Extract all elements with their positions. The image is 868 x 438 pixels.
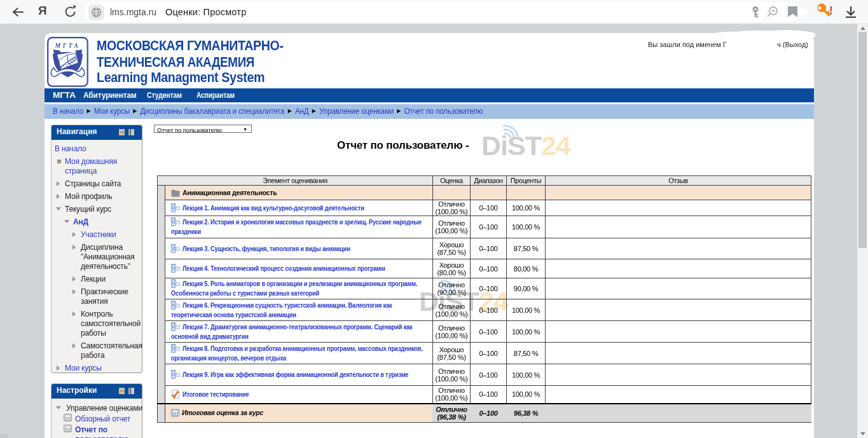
svg-text:МГТА: МГТА <box>55 43 80 49</box>
svg-text:!: ! <box>829 4 833 17</box>
